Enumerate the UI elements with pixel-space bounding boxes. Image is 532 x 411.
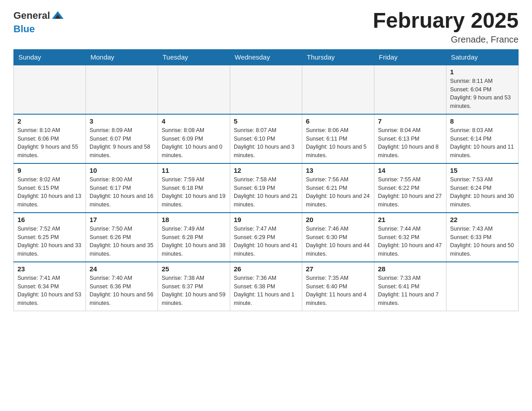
day-info: Sunrise: 7:35 AMSunset: 6:40 PMDaylight:…: [306, 274, 370, 308]
table-cell: 25Sunrise: 7:38 AMSunset: 6:37 PMDayligh…: [158, 262, 230, 311]
day-number: 23: [17, 265, 82, 273]
day-info: Sunrise: 7:47 AMSunset: 6:29 PMDaylight:…: [234, 225, 298, 258]
day-info: Sunrise: 7:40 AMSunset: 6:36 PMDaylight:…: [90, 274, 154, 308]
table-cell: 22Sunrise: 7:43 AMSunset: 6:33 PMDayligh…: [446, 213, 519, 262]
logo: General Blue: [13, 9, 64, 35]
week-row-5: 23Sunrise: 7:41 AMSunset: 6:34 PMDayligh…: [14, 262, 519, 311]
month-title: February 2025: [373, 9, 519, 33]
table-cell: 21Sunrise: 7:44 AMSunset: 6:32 PMDayligh…: [374, 213, 446, 262]
day-number: 13: [306, 167, 370, 174]
header-monday: Monday: [86, 49, 158, 65]
day-info: Sunrise: 8:09 AMSunset: 6:07 PMDaylight:…: [90, 126, 154, 160]
table-cell: 24Sunrise: 7:40 AMSunset: 6:36 PMDayligh…: [86, 262, 158, 311]
calendar-body: 1Sunrise: 8:11 AMSunset: 6:04 PMDaylight…: [14, 65, 519, 311]
table-cell: 15Sunrise: 7:53 AMSunset: 6:24 PMDayligh…: [446, 163, 519, 213]
day-number: 1: [450, 68, 515, 76]
table-cell: 7Sunrise: 8:04 AMSunset: 6:13 PMDaylight…: [374, 114, 446, 163]
day-info: Sunrise: 7:38 AMSunset: 6:37 PMDaylight:…: [162, 274, 226, 308]
day-info: Sunrise: 8:11 AMSunset: 6:04 PMDaylight:…: [450, 77, 515, 111]
day-info: Sunrise: 8:04 AMSunset: 6:13 PMDaylight:…: [378, 126, 442, 160]
table-cell: 9Sunrise: 8:02 AMSunset: 6:15 PMDaylight…: [14, 163, 86, 213]
week-row-4: 16Sunrise: 7:52 AMSunset: 6:25 PMDayligh…: [14, 213, 519, 262]
header-wednesday: Wednesday: [230, 49, 302, 65]
days-of-week-row: SundayMondayTuesdayWednesdayThursdayFrid…: [14, 49, 519, 65]
table-cell: [158, 65, 230, 114]
table-cell: 10Sunrise: 8:00 AMSunset: 6:17 PMDayligh…: [86, 163, 158, 213]
day-info: Sunrise: 7:49 AMSunset: 6:28 PMDaylight:…: [162, 225, 226, 258]
day-number: 11: [162, 167, 226, 174]
header-saturday: Saturday: [446, 49, 519, 65]
day-number: 24: [90, 265, 154, 273]
day-number: 4: [162, 117, 226, 125]
day-number: 10: [90, 167, 154, 174]
table-cell: 18Sunrise: 7:49 AMSunset: 6:28 PMDayligh…: [158, 213, 230, 262]
table-cell: [446, 262, 519, 311]
table-cell: 5Sunrise: 8:07 AMSunset: 6:10 PMDaylight…: [230, 114, 302, 163]
day-number: 9: [17, 167, 82, 174]
page-header: General Blue February 2025 Grenade, Fran…: [13, 9, 519, 45]
day-info: Sunrise: 8:02 AMSunset: 6:15 PMDaylight:…: [17, 176, 82, 209]
table-cell: 12Sunrise: 7:58 AMSunset: 6:19 PMDayligh…: [230, 163, 302, 213]
table-cell: 16Sunrise: 7:52 AMSunset: 6:25 PMDayligh…: [14, 213, 86, 262]
day-info: Sunrise: 8:00 AMSunset: 6:17 PMDaylight:…: [90, 176, 154, 209]
table-cell: 13Sunrise: 7:56 AMSunset: 6:21 PMDayligh…: [302, 163, 374, 213]
table-cell: 1Sunrise: 8:11 AMSunset: 6:04 PMDaylight…: [446, 65, 519, 114]
table-cell: [86, 65, 158, 114]
calendar-header: SundayMondayTuesdayWednesdayThursdayFrid…: [14, 49, 519, 65]
table-cell: 23Sunrise: 7:41 AMSunset: 6:34 PMDayligh…: [14, 262, 86, 311]
day-number: 26: [234, 265, 298, 273]
table-cell: 3Sunrise: 8:09 AMSunset: 6:07 PMDaylight…: [86, 114, 158, 163]
table-cell: 14Sunrise: 7:55 AMSunset: 6:22 PMDayligh…: [374, 163, 446, 213]
day-info: Sunrise: 7:36 AMSunset: 6:38 PMDaylight:…: [234, 274, 298, 308]
day-number: 18: [162, 216, 226, 223]
day-number: 7: [378, 117, 442, 125]
day-info: Sunrise: 7:55 AMSunset: 6:22 PMDaylight:…: [378, 176, 442, 209]
day-number: 12: [234, 167, 298, 174]
table-cell: 6Sunrise: 8:06 AMSunset: 6:11 PMDaylight…: [302, 114, 374, 163]
day-number: 19: [234, 216, 298, 223]
day-info: Sunrise: 7:50 AMSunset: 6:26 PMDaylight:…: [90, 225, 154, 258]
table-cell: 11Sunrise: 7:59 AMSunset: 6:18 PMDayligh…: [158, 163, 230, 213]
logo-general-text: General: [13, 10, 50, 21]
title-section: February 2025 Grenade, France: [373, 9, 519, 45]
table-cell: 28Sunrise: 7:33 AMSunset: 6:41 PMDayligh…: [374, 262, 446, 311]
day-number: 15: [450, 167, 515, 174]
week-row-3: 9Sunrise: 8:02 AMSunset: 6:15 PMDaylight…: [14, 163, 519, 213]
table-cell: 4Sunrise: 8:08 AMSunset: 6:09 PMDaylight…: [158, 114, 230, 163]
day-info: Sunrise: 8:03 AMSunset: 6:14 PMDaylight:…: [450, 126, 515, 160]
week-row-1: 1Sunrise: 8:11 AMSunset: 6:04 PMDaylight…: [14, 65, 519, 114]
day-number: 14: [378, 167, 442, 174]
day-info: Sunrise: 7:59 AMSunset: 6:18 PMDaylight:…: [162, 176, 226, 209]
header-tuesday: Tuesday: [158, 49, 230, 65]
table-cell: 17Sunrise: 7:50 AMSunset: 6:26 PMDayligh…: [86, 213, 158, 262]
logo-blue-text: Blue: [13, 23, 35, 35]
table-cell: 27Sunrise: 7:35 AMSunset: 6:40 PMDayligh…: [302, 262, 374, 311]
day-info: Sunrise: 8:10 AMSunset: 6:06 PMDaylight:…: [17, 126, 82, 160]
day-info: Sunrise: 7:46 AMSunset: 6:30 PMDaylight:…: [306, 225, 370, 258]
day-number: 5: [234, 117, 298, 125]
day-number: 21: [378, 216, 442, 223]
table-cell: 26Sunrise: 7:36 AMSunset: 6:38 PMDayligh…: [230, 262, 302, 311]
day-number: 17: [90, 216, 154, 223]
day-info: Sunrise: 7:53 AMSunset: 6:24 PMDaylight:…: [450, 176, 515, 209]
table-cell: [230, 65, 302, 114]
table-cell: [374, 65, 446, 114]
table-cell: 20Sunrise: 7:46 AMSunset: 6:30 PMDayligh…: [302, 213, 374, 262]
table-cell: 2Sunrise: 8:10 AMSunset: 6:06 PMDaylight…: [14, 114, 86, 163]
day-info: Sunrise: 8:08 AMSunset: 6:09 PMDaylight:…: [162, 126, 226, 160]
table-cell: 19Sunrise: 7:47 AMSunset: 6:29 PMDayligh…: [230, 213, 302, 262]
day-info: Sunrise: 8:06 AMSunset: 6:11 PMDaylight:…: [306, 126, 370, 160]
day-info: Sunrise: 7:33 AMSunset: 6:41 PMDaylight:…: [378, 274, 442, 308]
day-info: Sunrise: 7:56 AMSunset: 6:21 PMDaylight:…: [306, 176, 370, 209]
table-cell: 8Sunrise: 8:03 AMSunset: 6:14 PMDaylight…: [446, 114, 519, 163]
day-number: 3: [90, 117, 154, 125]
day-number: 28: [378, 265, 442, 273]
table-cell: [302, 65, 374, 114]
table-cell: [14, 65, 86, 114]
location-text: Grenade, France: [373, 34, 519, 45]
logo-icon: [51, 9, 64, 22]
day-info: Sunrise: 7:52 AMSunset: 6:25 PMDaylight:…: [17, 225, 82, 258]
day-number: 6: [306, 117, 370, 125]
day-number: 22: [450, 216, 515, 223]
day-info: Sunrise: 7:58 AMSunset: 6:19 PMDaylight:…: [234, 176, 298, 209]
